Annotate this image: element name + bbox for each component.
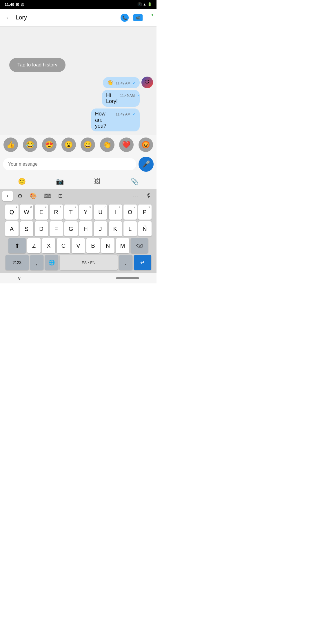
image-gallery-button[interactable]: 🖼 — [93, 177, 102, 187]
key-j[interactable]: J — [94, 221, 107, 236]
key-t[interactable]: 5T — [64, 205, 78, 220]
wifi-icon: ◎ — [21, 2, 24, 7]
message-text: Hi Lory! — [106, 92, 118, 104]
key-g[interactable]: G — [64, 221, 78, 236]
key-b[interactable]: B — [86, 238, 100, 253]
space-key[interactable]: ES • EN — [60, 255, 118, 270]
key-f[interactable]: F — [50, 221, 63, 236]
key-r[interactable]: 4R — [50, 205, 63, 220]
signal-icon: ▲ — [143, 2, 146, 6]
keyboard-mic-icon[interactable]: 🎙 — [144, 191, 154, 200]
delete-key[interactable]: ⌫ — [131, 238, 148, 253]
home-indicator — [116, 277, 139, 279]
emoji-laugh[interactable]: 😂 — [23, 138, 37, 152]
key-i[interactable]: 8I — [109, 205, 122, 220]
key-m[interactable]: M — [116, 238, 129, 253]
keyboard-hide-chevron[interactable]: ∨ — [17, 275, 21, 281]
message-status-check: ✓ — [133, 81, 136, 85]
emoji-wave[interactable]: 👏 — [100, 138, 114, 152]
header-actions: 📞 📹 ⋮ — [121, 14, 153, 22]
key-z[interactable]: Z — [27, 238, 41, 253]
mic-icon: 🎤 — [142, 160, 150, 168]
key-e[interactable]: 3E — [35, 205, 48, 220]
table-row: Hi Lory! 11:49 AM ✓ — [91, 90, 153, 107]
key-u[interactable]: 7U — [94, 205, 107, 220]
back-button[interactable]: ← — [3, 12, 13, 23]
key-y[interactable]: 6Y — [79, 205, 92, 220]
keyboard-row-3: ⬆ Z X C V B N M ⌫ — [1, 238, 155, 253]
message-status-check: ✓ — [137, 94, 140, 98]
phone-call-button[interactable]: 📞 — [121, 14, 129, 22]
chat-area: Tap to load history 👋 11:49 AM ✓ 🛡 Hi Lo… — [0, 27, 156, 135]
avatar-inner: 🛡 — [145, 79, 150, 86]
key-x[interactable]: X — [42, 238, 55, 253]
top-spacer — [3, 32, 153, 56]
emoji-button[interactable]: 🙂 — [17, 177, 27, 187]
emoji-angry[interactable]: 😡 — [139, 138, 153, 152]
table-row: 👋 11:49 AM ✓ 🛡 — [103, 77, 153, 88]
key-a[interactable]: A — [5, 221, 19, 236]
status-time: 11:49 — [5, 2, 14, 7]
battery-icon: 🔋 — [148, 2, 152, 6]
emoji-quick-row: 👍 😂 😍 😮 😄 👏 ❤️ 😡 — [0, 135, 156, 154]
key-w[interactable]: 2W — [20, 205, 33, 220]
keyboard-row-4: ?123 , 🌐 ES • EN . ↵ — [1, 255, 155, 270]
key-v[interactable]: V — [72, 238, 85, 253]
phone-icon: 📞 — [122, 15, 127, 20]
chevron-left-icon: ‹ — [7, 193, 8, 198]
shift-key[interactable]: ⬆ — [8, 238, 26, 253]
message-bubble: Hi Lory! 11:49 AM ✓ — [102, 90, 140, 107]
key-o[interactable]: 9O — [123, 205, 137, 220]
key-p[interactable]: 0P — [138, 205, 152, 220]
message-input[interactable] — [3, 158, 136, 170]
key-h[interactable]: H — [79, 221, 92, 236]
notification-icon: ⊡ — [16, 2, 19, 7]
video-call-button[interactable]: 📹 — [133, 14, 143, 21]
emoji-heart[interactable]: ❤️ — [119, 138, 134, 152]
comma-key[interactable]: , — [30, 255, 43, 270]
emoji-surprised[interactable]: 😮 — [61, 138, 76, 152]
keyboard-back-button[interactable]: ‹ — [2, 191, 13, 201]
status-bar: 11:49 ⊡ ◎ 📳 ▲ 🔋 — [0, 0, 156, 9]
messages-container: 👋 11:49 AM ✓ 🛡 Hi Lory! 11:49 AM ✓ How a… — [3, 77, 153, 131]
keyboard-layout-icon[interactable]: ⌨ — [41, 191, 54, 200]
message-time: 11:49 AM — [120, 94, 135, 98]
message-bubble: 👋 11:49 AM ✓ — [103, 77, 140, 88]
emoji-heart-eyes[interactable]: 😍 — [42, 138, 57, 152]
key-k[interactable]: K — [109, 221, 122, 236]
keyboard-row-2: A S D F G H J K L Ñ — [1, 221, 155, 236]
more-options-button[interactable]: ⋮ — [147, 14, 153, 21]
key-s[interactable]: S — [20, 221, 33, 236]
keyboard-theme-icon[interactable]: 🎨 — [27, 191, 39, 200]
enter-key[interactable]: ↵ — [134, 255, 151, 270]
key-c[interactable]: C — [57, 238, 70, 253]
keyboard-clipboard-icon[interactable]: ⊡ — [56, 191, 65, 200]
globe-key[interactable]: 🌐 — [45, 255, 58, 270]
avatar: 🛡 — [141, 77, 153, 88]
emoji-thumbsup[interactable]: 👍 — [3, 138, 18, 152]
message-time: 11:49 AM — [116, 112, 130, 116]
key-q[interactable]: 1Q — [5, 205, 19, 220]
num-key[interactable]: ?123 — [6, 255, 29, 270]
camera-button[interactable]: 📷 — [55, 177, 65, 187]
tap-to-load-button[interactable]: Tap to load history — [9, 58, 65, 72]
table-row: How are you? 11:49 AM ✓ — [77, 108, 153, 131]
period-key[interactable]: . — [119, 255, 132, 270]
emoji-grin[interactable]: 😄 — [81, 138, 95, 152]
key-n-tilde[interactable]: Ñ — [138, 221, 152, 236]
key-l[interactable]: L — [123, 221, 137, 236]
voice-message-button[interactable]: 🎤 — [139, 157, 154, 172]
message-text: 👋 — [107, 79, 113, 86]
keyboard-more-icon[interactable]: ··· — [131, 192, 141, 200]
attach-file-button[interactable]: 📎 — [130, 177, 140, 187]
message-status-check: ✓ — [133, 112, 136, 116]
key-d[interactable]: D — [35, 221, 48, 236]
contact-name: Lory — [16, 14, 118, 21]
message-bubble: How are you? 11:49 AM ✓ — [91, 108, 140, 131]
keyboard-settings-icon[interactable]: ⚙ — [15, 191, 25, 200]
keyboard-controls-row: ‹ ⚙ 🎨 ⌨ ⊡ ··· 🎙 — [0, 189, 156, 203]
bottom-navigation-bar: ∨ — [0, 273, 156, 283]
key-n[interactable]: N — [101, 238, 114, 253]
chat-header: ← Lory 📞 📹 ⋮ — [0, 9, 156, 27]
keyboard-row-1: 1Q 2W 3E 4R 5T 6Y 7U 8I 9O 0P — [1, 205, 155, 220]
